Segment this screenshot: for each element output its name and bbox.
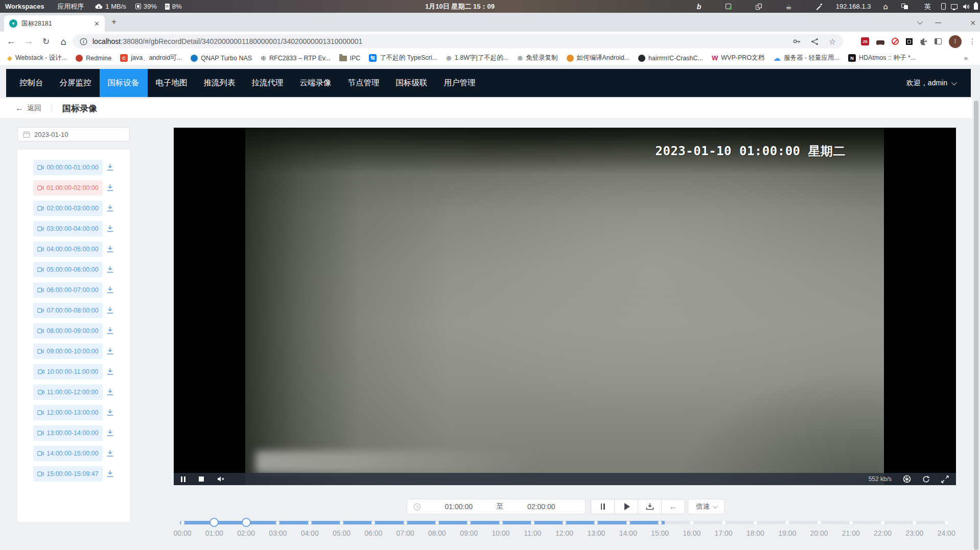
nav-item-4[interactable]: 电子地图 xyxy=(148,69,196,97)
back-button[interactable]: ←返回 xyxy=(15,104,41,113)
segment-download-button[interactable] xyxy=(106,470,114,480)
segment-download-button[interactable] xyxy=(106,368,114,377)
segment-download-button[interactable] xyxy=(106,266,114,275)
bookmark-star-icon[interactable]: ☆ xyxy=(829,37,836,46)
bookmark-item[interactable]: ◆Webstack - 设计... xyxy=(7,54,67,62)
reload-icon[interactable]: ↻ xyxy=(39,32,53,51)
home-icon[interactable]: ⌂ xyxy=(56,32,71,51)
scrollbar-thumb[interactable] xyxy=(974,101,978,550)
player-mute-icon[interactable] xyxy=(217,476,225,482)
player-pause-icon[interactable] xyxy=(181,476,185,482)
browser-tab[interactable]: ▼ 国标28181 ✕ xyxy=(4,15,105,32)
bookmarks-overflow-icon[interactable]: » xyxy=(964,51,968,65)
player-refresh-icon[interactable] xyxy=(922,475,930,483)
nav-item-6[interactable]: 拉流代理 xyxy=(244,69,292,97)
pause-button[interactable] xyxy=(591,499,615,514)
segment-button[interactable]: 06:00:00-07:00:00 xyxy=(33,282,103,298)
forward-nav-icon[interactable]: → xyxy=(21,32,36,51)
bookmark-item[interactable]: 知了不起的 TypeScri... xyxy=(369,54,437,62)
bookmark-item[interactable]: NHDAtmos :: 种子 *... xyxy=(848,54,916,62)
clipboard-tray-icon[interactable] xyxy=(756,4,762,10)
blocker-extension-icon[interactable] xyxy=(892,38,899,45)
segment-button[interactable]: 14:00:00-15:00:00 xyxy=(33,446,103,461)
workspaces-label[interactable]: Workspaces xyxy=(5,3,44,10)
segment-download-button[interactable] xyxy=(106,429,114,439)
site-info-icon[interactable] xyxy=(80,38,87,45)
share-icon[interactable] xyxy=(811,38,819,45)
segment-download-button[interactable] xyxy=(106,306,114,316)
clock[interactable]: 1月10日 星期二 15：09 xyxy=(388,0,531,13)
player-stop-icon[interactable] xyxy=(199,476,204,482)
profile-avatar[interactable]: I xyxy=(949,35,962,48)
segment-button[interactable]: 07:00:00-08:00:00 xyxy=(33,303,103,318)
player-settings-icon[interactable] xyxy=(903,475,911,483)
nav-item-8[interactable]: 节点管理 xyxy=(340,69,388,97)
user-menu[interactable]: 欢迎，admin xyxy=(906,69,955,97)
video-player[interactable]: 2023-01-10 01:00:00 星期二 552 kb/s xyxy=(174,128,956,485)
input-language[interactable]: 英 xyxy=(924,2,931,11)
segment-button[interactable]: 10:00:00-11:00:00 xyxy=(33,364,103,379)
bookmark-item[interactable]: IPC xyxy=(339,55,361,62)
segment-download-button[interactable] xyxy=(106,388,114,398)
time-from[interactable]: 01:00:00 xyxy=(421,503,497,511)
player-fullscreen-icon[interactable] xyxy=(941,475,949,483)
segment-button[interactable]: 12:00:00-13:00:00 xyxy=(33,405,103,420)
speed-button[interactable]: 倍速 xyxy=(688,499,725,514)
bookmark-item[interactable]: ⊕RFC2833 – RTP Ev... xyxy=(261,54,330,62)
timeline-handle-start[interactable] xyxy=(209,518,219,527)
extensions-puzzle-icon[interactable] xyxy=(920,38,927,45)
segment-download-button[interactable] xyxy=(106,204,114,214)
applications-menu[interactable]: 应用程序 xyxy=(57,2,84,11)
segment-download-button[interactable] xyxy=(106,449,114,459)
nav-item-9[interactable]: 国标级联 xyxy=(388,69,436,97)
time-to[interactable]: 02:00:00 xyxy=(504,503,579,511)
coffee-tray-icon[interactable]: ☕ xyxy=(785,3,792,11)
bookmark-item[interactable]: 如何编译Android... xyxy=(567,54,630,62)
back-nav-icon[interactable]: ← xyxy=(4,32,18,51)
ip-address[interactable]: 192.168.1.3 xyxy=(836,3,871,10)
app-tray-icon[interactable] xyxy=(726,4,731,9)
segment-button[interactable]: 04:00:00-05:00:00 xyxy=(33,242,103,257)
segment-button[interactable]: 00:00:00-01:00:00 xyxy=(33,160,103,175)
tab-close-icon[interactable]: ✕ xyxy=(93,20,101,28)
segment-button[interactable]: 01:00:00-02:00:00 xyxy=(33,180,103,196)
home-tray-icon[interactable]: ⌂ xyxy=(883,2,888,11)
segment-download-button[interactable] xyxy=(106,225,114,234)
bookmark-item[interactable]: ☁服务器 - 轻量应用... xyxy=(773,54,839,63)
nav-item-7[interactable]: 云端录像 xyxy=(292,69,340,97)
play-button[interactable] xyxy=(614,499,638,514)
battery-icon[interactable] xyxy=(974,3,978,10)
nav-item-2[interactable]: 分屏监控 xyxy=(52,69,100,97)
new-tab-button[interactable]: + xyxy=(111,19,116,25)
timeline-recorded-range[interactable] xyxy=(180,521,665,524)
tab-search-icon[interactable] xyxy=(917,19,921,26)
segment-download-button[interactable] xyxy=(106,409,114,418)
segment-button[interactable]: 11:00:00-12:00:00 xyxy=(33,385,103,400)
seek-back-button[interactable]: ← xyxy=(661,499,685,514)
segment-download-button[interactable] xyxy=(106,347,114,357)
segment-button[interactable]: 03:00:00-04:00:00 xyxy=(33,221,103,236)
timeline-handle-end[interactable] xyxy=(242,518,251,527)
sidepanel-icon[interactable] xyxy=(935,38,942,44)
js-extension-icon[interactable]: JS xyxy=(861,37,869,45)
address-bar[interactable]: localhost:38080/#/gbRecordDetail/3402000… xyxy=(73,34,843,49)
segment-button[interactable]: 13:00:00-14:00:00 xyxy=(33,425,103,441)
bookmark-item[interactable]: WWVP-PRO文档 xyxy=(712,54,764,62)
password-key-icon[interactable] xyxy=(792,37,801,45)
segment-download-button[interactable] xyxy=(106,286,114,296)
segment-download-button[interactable] xyxy=(106,327,114,337)
bookmark-item[interactable]: Cjava、android可... xyxy=(120,54,182,62)
windows-tray-icon[interactable] xyxy=(901,4,908,9)
nav-item-10[interactable]: 用户管理 xyxy=(436,69,484,97)
segment-button[interactable]: 08:00:00-09:00:00 xyxy=(33,323,103,339)
bing-tray-icon[interactable]: b xyxy=(697,3,702,11)
bookmark-item[interactable]: Redmine xyxy=(76,55,111,62)
picker-tray-icon[interactable] xyxy=(815,3,823,10)
bookmark-item[interactable]: QNAP Turbo NAS xyxy=(191,55,252,62)
nav-item-5[interactable]: 推流列表 xyxy=(196,69,244,97)
segment-button[interactable]: 02:00:00-03:00:00 xyxy=(33,201,103,216)
url-text[interactable]: localhost:38080/#/gbRecordDetail/3402000… xyxy=(92,37,792,45)
bookmark-item[interactable]: ⊕1.8W字|了不起的... xyxy=(446,54,508,62)
segment-button[interactable]: 09:00:00-10:00:00 xyxy=(33,344,103,359)
time-range-input[interactable]: 01:00:00 至 02:00:00 xyxy=(407,499,586,514)
